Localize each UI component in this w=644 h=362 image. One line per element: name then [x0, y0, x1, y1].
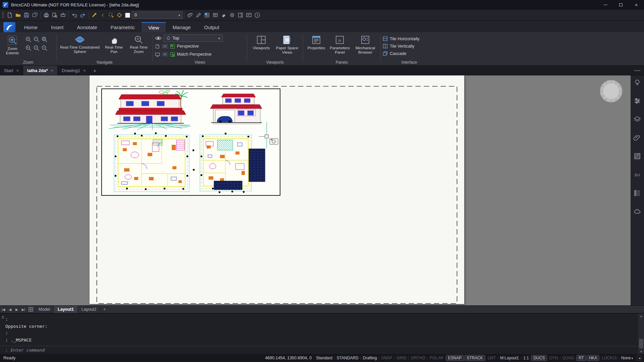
status-toggle-lwt[interactable]: LWT: [486, 355, 497, 361]
viewport-drawing[interactable]: [101, 88, 280, 196]
redo-icon[interactable]: [78, 11, 87, 19]
previous-layout-button[interactable]: ◀: [7, 306, 13, 313]
close-tab-icon[interactable]: ×: [16, 68, 19, 73]
perspective-label[interactable]: Perspective: [177, 44, 199, 49]
match-perspective-label[interactable]: Match Perspective: [177, 52, 212, 57]
viewports-button[interactable]: Viewports: [249, 34, 273, 51]
viewport-config-icon[interactable]: [170, 52, 175, 57]
doc-tab-start[interactable]: Start ×: [0, 66, 23, 75]
plot-icon[interactable]: [42, 11, 50, 19]
next-layout-button[interactable]: ▶: [13, 306, 20, 313]
layers-icon[interactable]: [634, 116, 641, 123]
status-toggle-grid[interactable]: GRID: [395, 355, 408, 361]
command-panel-close[interactable]: x: [2, 315, 4, 319]
drawing-canvas[interactable]: [0, 75, 631, 305]
attach-icon[interactable]: [186, 11, 194, 19]
zoom-extents-button[interactable]: Zoom Extents: [2, 34, 23, 56]
statusbar-collapse-icon[interactable]: ◀: [637, 355, 642, 361]
status-dim-style[interactable]: STANDARD: [335, 355, 360, 361]
status-toggle-esnap[interactable]: ESNAP: [446, 355, 464, 361]
layout-tab-model[interactable]: Model: [35, 306, 54, 313]
status-scale[interactable]: 1:1: [522, 355, 531, 361]
projector-icon[interactable]: [155, 52, 160, 57]
add-layout-button[interactable]: +: [100, 306, 108, 313]
parameters-fx-icon[interactable]: f(x): [634, 171, 641, 178]
doc-tab-latha-2da[interactable]: latha 2da* ×: [23, 66, 58, 75]
status-toggle-hka[interactable]: HKA: [587, 355, 599, 361]
publish-icon[interactable]: [59, 11, 67, 19]
current-color-swatch[interactable]: [125, 13, 130, 18]
table-icon[interactable]: [211, 11, 219, 19]
print-preview-icon[interactable]: [50, 11, 59, 19]
cascade-button[interactable]: Cascade: [383, 50, 419, 57]
status-toggle-strack[interactable]: STRACK: [465, 355, 485, 361]
hatch-pattern-icon[interactable]: [634, 153, 641, 160]
drawing-settings-icon[interactable]: [203, 11, 211, 19]
open-file-icon[interactable]: [14, 11, 22, 19]
save-icon[interactable]: [22, 11, 31, 19]
application-button[interactable]: [3, 22, 15, 32]
pen-icon[interactable]: [194, 11, 203, 19]
status-layout-indicator[interactable]: M:Layout1: [498, 355, 521, 361]
status-toggle-snap[interactable]: SNAP: [380, 355, 394, 361]
clean-screen-icon[interactable]: [245, 11, 253, 19]
minimize-button[interactable]: [598, 0, 613, 10]
tab-home[interactable]: Home: [17, 22, 44, 32]
quick-select-icon[interactable]: [98, 11, 107, 19]
new-tab-button[interactable]: +: [90, 66, 100, 75]
close-button[interactable]: ×: [629, 0, 644, 10]
constrained-sphere-button[interactable]: Real-Time Constrained Sphere: [59, 34, 101, 55]
command-input[interactable]: : Enter command: [5, 348, 45, 353]
realtime-zoom-button[interactable]: Real-Time Zoom: [127, 34, 151, 55]
toolbar-grip[interactable]: [2, 12, 4, 18]
tab-insert[interactable]: Insert: [44, 22, 70, 32]
view-selector-dropdown[interactable]: Top ▾: [164, 35, 223, 42]
zoom-scale-icon[interactable]: [32, 44, 40, 52]
undo-icon[interactable]: [70, 11, 78, 19]
viewport-config-icon[interactable]: [170, 44, 175, 49]
status-toggle-lockui[interactable]: LOCKUI: [600, 355, 619, 361]
maximize-button[interactable]: [613, 0, 629, 10]
status-workspace[interactable]: Drafting: [361, 355, 379, 361]
status-toggle-dyn[interactable]: DYN: [548, 355, 559, 361]
cloud-icon[interactable]: [634, 208, 641, 215]
status-toggle-rt[interactable]: RT: [577, 355, 586, 361]
eraser-icon[interactable]: [219, 11, 228, 19]
parameters-panel-button[interactable]: fx Parameters Panel: [327, 34, 352, 55]
status-toggle-ortho[interactable]: ORTHO: [409, 355, 427, 361]
close-tab-icon[interactable]: ×: [51, 68, 53, 73]
status-toggle-quad[interactable]: QUAD: [561, 355, 576, 361]
status-toggle-ducs[interactable]: DUCS: [531, 355, 547, 361]
zoom-window-icon[interactable]: [40, 35, 48, 44]
scroll-down-icon[interactable]: ▼: [638, 349, 644, 354]
match-properties-icon[interactable]: [90, 11, 98, 19]
mechanical-browser-button[interactable]: Mechanical Browser: [352, 34, 378, 55]
zoom-previous-icon[interactable]: [24, 44, 32, 52]
layout-tab-layout1[interactable]: Layout1: [54, 306, 78, 313]
tab-output[interactable]: Output: [198, 22, 226, 32]
paper-sheet[interactable]: [90, 75, 464, 304]
layout-tab-layout2[interactable]: Layout2: [78, 306, 100, 313]
render-mode-icon[interactable]: [155, 44, 160, 49]
tab-annotate[interactable]: Annotate: [70, 22, 104, 32]
status-annotation-dropdown[interactable]: None▾: [620, 355, 635, 361]
layer-dropdown[interactable]: 0 ▾: [132, 11, 183, 19]
save-all-icon[interactable]: [31, 11, 39, 19]
tile-vertically-button[interactable]: Tile Vertically: [383, 43, 419, 49]
command-scrollbar[interactable]: ▲ ▼: [638, 313, 644, 354]
gear-icon[interactable]: [228, 11, 236, 19]
structure-tree-icon[interactable]: [634, 189, 641, 197]
close-tab-icon[interactable]: ×: [83, 68, 86, 73]
status-current-style[interactable]: Standard: [314, 355, 334, 361]
realtime-pan-button[interactable]: Real-Time Pan: [101, 34, 127, 55]
first-layout-button[interactable]: |◀: [0, 306, 7, 313]
tab-view[interactable]: View: [142, 22, 166, 32]
zoom-out-icon[interactable]: [32, 35, 40, 44]
tips-lightbulb-icon[interactable]: [634, 79, 641, 86]
selection-tool-icon[interactable]: [107, 11, 115, 19]
settings-sliders-icon[interactable]: [634, 97, 641, 105]
panel-overflow-dots[interactable]: ••••: [634, 68, 641, 72]
tab-manage[interactable]: Manage: [166, 22, 197, 32]
navigation-ball[interactable]: [599, 79, 623, 103]
zoom-center-icon[interactable]: [40, 44, 48, 52]
